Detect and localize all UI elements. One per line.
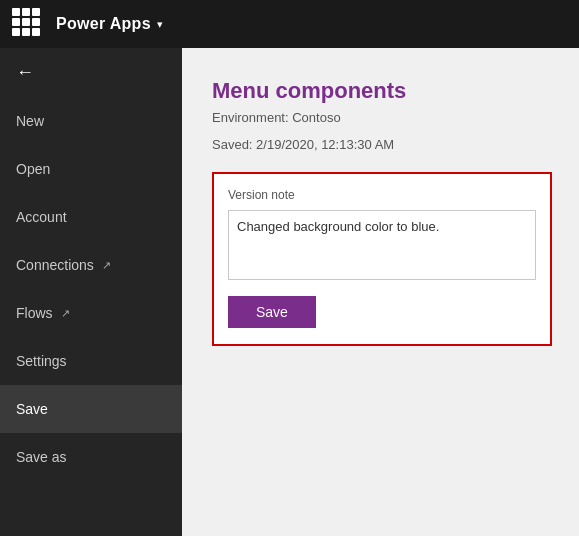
sidebar-item-label: Save xyxy=(16,401,48,417)
environment-label: Environment: Contoso xyxy=(212,110,552,125)
sidebar-item-label: Connections xyxy=(16,257,94,273)
top-bar: Power Apps ▾ xyxy=(0,0,579,48)
main-content: Menu components Environment: Contoso Sav… xyxy=(182,48,579,536)
external-link-icon: ↗ xyxy=(102,259,111,272)
sidebar-item-connections[interactable]: Connections ↗ xyxy=(0,241,182,289)
back-arrow-icon: ← xyxy=(16,62,34,82)
version-note-input[interactable] xyxy=(228,210,536,280)
back-button[interactable]: ← xyxy=(0,48,182,97)
sidebar-item-account[interactable]: Account xyxy=(0,193,182,241)
sidebar-item-save[interactable]: Save xyxy=(0,385,182,433)
sidebar-item-save-as[interactable]: Save as xyxy=(0,433,182,481)
sidebar-item-flows[interactable]: Flows ↗ xyxy=(0,289,182,337)
version-note-label: Version note xyxy=(228,188,536,202)
app-title: Power Apps xyxy=(56,15,151,33)
version-note-box: Version note Save xyxy=(212,172,552,346)
sidebar-item-label: New xyxy=(16,113,44,129)
sidebar-item-label: Save as xyxy=(16,449,67,465)
saved-timestamp: Saved: 2/19/2020, 12:13:30 AM xyxy=(212,137,552,152)
sidebar-item-label: Flows xyxy=(16,305,53,321)
page-title: Menu components xyxy=(212,78,552,104)
external-link-icon: ↗ xyxy=(61,307,70,320)
sidebar-item-settings[interactable]: Settings xyxy=(0,337,182,385)
waffle-icon[interactable] xyxy=(12,8,44,40)
sidebar: ← New Open Account Connections ↗ Flows ↗… xyxy=(0,48,182,536)
save-button[interactable]: Save xyxy=(228,296,316,328)
sidebar-item-label: Settings xyxy=(16,353,67,369)
layout: ← New Open Account Connections ↗ Flows ↗… xyxy=(0,0,579,536)
sidebar-item-open[interactable]: Open xyxy=(0,145,182,193)
chevron-down-icon[interactable]: ▾ xyxy=(157,18,163,31)
sidebar-item-new[interactable]: New xyxy=(0,97,182,145)
sidebar-item-label: Account xyxy=(16,209,67,225)
sidebar-item-label: Open xyxy=(16,161,50,177)
